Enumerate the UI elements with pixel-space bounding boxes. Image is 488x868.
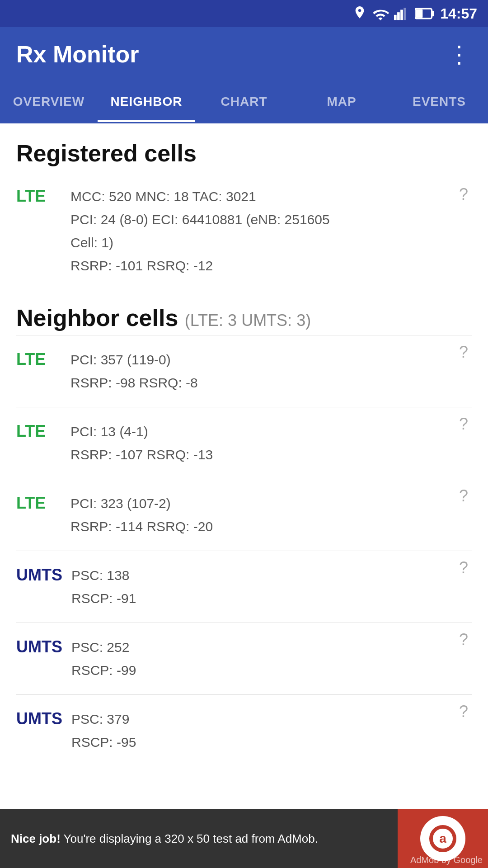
status-icons: 14:57 xyxy=(352,5,477,22)
ad-banner[interactable]: Nice job! You're displaying a 320 x 50 t… xyxy=(0,809,488,868)
registered-cell-help-icon[interactable]: ? xyxy=(459,185,468,204)
ad-nice-job: Nice job! xyxy=(11,832,61,845)
svg-rect-0 xyxy=(394,15,397,20)
status-bar: 14:57 xyxy=(0,0,488,27)
registered-cell-item: LTE MCC: 520 MNC: 18 TAC: 3021 PCI: 24 (… xyxy=(16,178,472,290)
app-bar: Rx Monitor ⋮ xyxy=(0,27,488,81)
neighbor-cell-item: LTE PCI: 357 (119-0) RSRP: -98 RSRQ: -8 … xyxy=(16,335,472,407)
tab-chart[interactable]: CHART xyxy=(195,81,293,122)
status-time: 14:57 xyxy=(440,5,477,22)
svg-rect-5 xyxy=(416,9,423,18)
registered-cells-section: Registered cells LTE MCC: 520 MNC: 18 TA… xyxy=(16,140,472,290)
neighbor-cell-item: LTE PCI: 13 (4-1) RSRP: -107 RSRQ: -13 ? xyxy=(16,407,472,479)
neighbor-cell-item: UMTS PSC: 252 RSCP: -99 ? xyxy=(16,623,472,694)
admob-logo-inner xyxy=(429,825,456,852)
neighbor-cell-info-4: PSC: 252 RSCP: -99 xyxy=(71,636,472,682)
neighbor-cell-info-5: PSC: 379 RSCP: -95 xyxy=(71,708,472,754)
neighbor-cell-help-icon-5[interactable]: ? xyxy=(459,702,468,721)
location-icon xyxy=(352,5,367,22)
tab-map[interactable]: MAP xyxy=(293,81,390,122)
neighbor-cell-tech-badge-5: UMTS xyxy=(16,709,62,728)
registered-cell-rsrp: RSRP: -101 RSRQ: -12 xyxy=(70,254,472,277)
svg-rect-2 xyxy=(400,10,403,20)
wifi-icon xyxy=(372,7,389,20)
tab-neighbor[interactable]: NEIGHBOR xyxy=(98,81,195,122)
registered-cell-cell: Cell: 1) xyxy=(70,231,472,254)
admob-label: AdMob by Google xyxy=(410,855,483,865)
neighbor-cell-help-icon-2[interactable]: ? xyxy=(459,486,468,505)
neighbor-cell-item: LTE PCI: 323 (107-2) RSRP: -114 RSRQ: -2… xyxy=(16,479,472,551)
neighbor-cell-info-0: PCI: 357 (119-0) RSRP: -98 RSRQ: -8 xyxy=(70,348,472,394)
tab-events[interactable]: EVENTS xyxy=(390,81,488,122)
registered-cell-tech-badge: LTE xyxy=(16,187,61,206)
app-title: Rx Monitor xyxy=(16,41,139,68)
neighbor-cell-item: UMTS PSC: 379 RSCP: -95 ? xyxy=(16,694,472,766)
svg-rect-3 xyxy=(404,8,406,20)
tab-overview[interactable]: OVERVIEW xyxy=(0,81,98,122)
neighbor-cell-tech-badge-2: LTE xyxy=(16,494,61,513)
neighbor-cell-help-icon-3[interactable]: ? xyxy=(459,558,468,577)
neighbor-cell-help-icon-0[interactable]: ? xyxy=(459,343,468,362)
svg-rect-1 xyxy=(397,12,400,20)
neighbor-cell-info-1: PCI: 13 (4-1) RSRP: -107 RSRQ: -13 xyxy=(70,420,472,466)
neighbor-cell-tech-badge-1: LTE xyxy=(16,422,61,441)
registered-cell-mcc: MCC: 520 MNC: 18 TAC: 3021 xyxy=(70,185,472,208)
ad-text: You're displaying a 320 x 50 test ad fro… xyxy=(64,832,318,845)
neighbor-cell-help-icon-4[interactable]: ? xyxy=(459,630,468,649)
overflow-menu-button[interactable]: ⋮ xyxy=(447,41,472,68)
neighbor-cell-item: UMTS PSC: 138 RSCP: -91 ? xyxy=(16,551,472,623)
signal-icon xyxy=(394,7,409,20)
registered-cell-pci: PCI: 24 (8-0) ECI: 64410881 (eNB: 251605 xyxy=(70,208,472,231)
neighbor-cell-tech-badge-3: UMTS xyxy=(16,566,62,585)
main-content: Registered cells LTE MCC: 520 MNC: 18 TA… xyxy=(0,123,488,809)
neighbor-cells-count: (LTE: 3 UMTS: 3) xyxy=(185,311,311,330)
registered-cells-title: Registered cells xyxy=(16,140,472,167)
neighbor-cell-info-2: PCI: 323 (107-2) RSRP: -114 RSRQ: -20 xyxy=(70,492,472,538)
admob-logo xyxy=(420,816,465,861)
registered-cell-info: MCC: 520 MNC: 18 TAC: 3021 PCI: 24 (8-0)… xyxy=(70,185,472,277)
neighbor-cell-info-3: PSC: 138 RSCP: -91 xyxy=(71,564,472,610)
neighbor-cells-title: Neighbor cells (LTE: 3 UMTS: 3) xyxy=(16,304,472,331)
battery-icon xyxy=(415,7,435,20)
svg-rect-6 xyxy=(432,11,434,16)
neighbor-cell-help-icon-1[interactable]: ? xyxy=(459,415,468,434)
neighbor-cell-tech-badge-0: LTE xyxy=(16,350,61,369)
neighbor-cells-section: Neighbor cells (LTE: 3 UMTS: 3) LTE PCI:… xyxy=(16,304,472,766)
tab-bar: OVERVIEW NEIGHBOR CHART MAP EVENTS xyxy=(0,81,488,123)
ad-text-area: Nice job! You're displaying a 320 x 50 t… xyxy=(0,823,398,855)
neighbor-cell-tech-badge-4: UMTS xyxy=(16,637,62,656)
